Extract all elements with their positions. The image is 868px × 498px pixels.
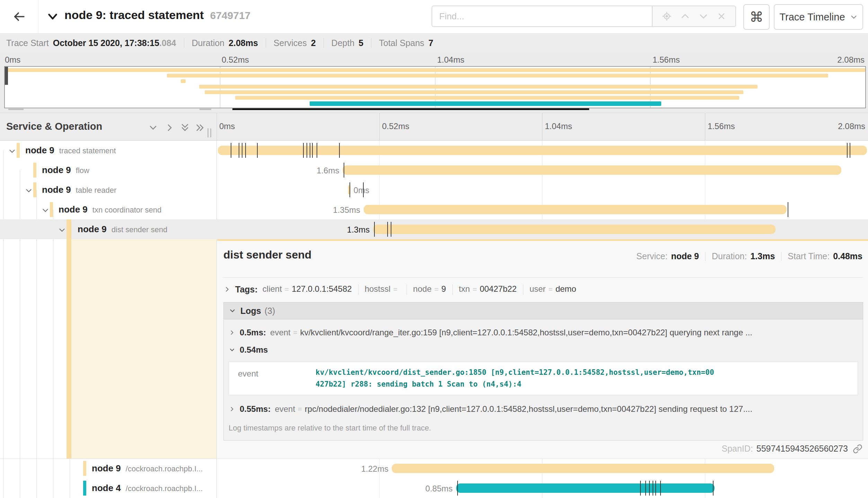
expand-all-double-chevron-right-icon[interactable] (195, 122, 206, 135)
tag-value: 127.0.0.1:54582 (292, 284, 352, 293)
collapse-one-chevron-down-icon[interactable] (148, 122, 159, 135)
back-button[interactable] (0, 0, 38, 33)
service-operation-header: Service & Operation (6, 121, 102, 132)
divider (358, 284, 358, 295)
minimap-drag-handle[interactable] (5, 67, 8, 85)
log-timestamp: 0.55ms: (240, 404, 271, 414)
minimap-tick-label: 1.04ms (437, 55, 464, 65)
minimap-tick-label: 2.08ms (837, 55, 865, 65)
span-row[interactable]: node 9dist sender send1.3ms (0, 219, 868, 239)
tag-equals: = (548, 285, 552, 293)
minimap-scroll-stub (200, 109, 211, 110)
collapse-all-double-chevron-down-icon[interactable] (179, 122, 191, 135)
view-options-button[interactable]: Trace Timeline (774, 4, 863, 30)
span-row[interactable]: node 9txn coordinator send1.35ms (0, 200, 868, 219)
divider (781, 252, 781, 261)
column-resize-grip[interactable] (207, 128, 211, 137)
logs-count: (3) (265, 306, 275, 316)
tag-equals: = (434, 285, 439, 293)
span-duration-label: 1.22ms (334, 464, 388, 474)
span-timeline-bar[interactable] (343, 165, 841, 175)
span-detail-panel: dist sender send Service: node 9 Duratio… (217, 239, 868, 459)
log-key: event (275, 404, 295, 414)
span-expander-chevron-down-icon[interactable] (8, 147, 17, 157)
log-entry-header[interactable]: 0.54ms (224, 339, 863, 357)
ruler-tick (379, 113, 380, 140)
next-result-chevron-down-icon[interactable] (698, 11, 709, 21)
start-time-label: Start Time: (788, 251, 830, 261)
span-timeline-bar[interactable] (218, 146, 867, 155)
expand-one-chevron-right-icon[interactable] (164, 122, 175, 135)
minimap-canvas[interactable] (4, 66, 866, 108)
span-duration-label: 1.6ms (284, 166, 339, 175)
depth-value: 5 (358, 38, 363, 48)
tags-list: client=127.0.0.1:54582hostssl=node=9txn=… (263, 284, 576, 295)
divider (705, 252, 706, 261)
span-operation-name: /cockroach.roachpb.I... (126, 484, 203, 493)
minimap-span-bar (205, 90, 743, 94)
span-service-name: node 4/cockroach.roachpb.I... (92, 483, 203, 494)
tag-value: 00427b22 (480, 284, 517, 293)
locate-icon[interactable] (662, 11, 672, 21)
ruler-label: 1.56ms (708, 121, 735, 131)
deep-link-icon[interactable] (853, 444, 862, 454)
logs-accordion-header[interactable]: Logs (3) (223, 302, 863, 319)
span-row[interactable]: node 9flow1.6ms (0, 160, 868, 180)
log-value: rpc/nodedialer/nodedialer.go:132 [n9,cli… (305, 404, 752, 414)
span-row[interactable]: node 9table reader0ms (0, 180, 868, 200)
span-id-row: SpanID: 5597415943526560273 (721, 444, 862, 454)
tree-guide-line (53, 210, 53, 498)
service-label: Service: (636, 251, 667, 261)
span-operation-name: /cockroach.roachpb.I... (126, 464, 203, 473)
span-expander-chevron-down-icon[interactable] (41, 206, 50, 216)
tag-value: 9 (441, 284, 446, 293)
divider (324, 38, 324, 48)
span-expander-chevron-down-icon[interactable] (57, 226, 67, 236)
span-log-tick (344, 163, 344, 178)
logs-footer-note: Log timestamps are relative to the start… (224, 416, 863, 438)
span-timeline-bar[interactable] (373, 225, 776, 234)
command-icon: ⌘ (750, 9, 763, 25)
span-log-tick (645, 481, 646, 496)
chevron-down-icon (229, 307, 236, 315)
timeline-column-header: Service & Operation 0ms 0.52ms 1.04ms 1.… (0, 113, 868, 141)
span-log-tick (257, 143, 258, 158)
timeline-viewport-scrollbar[interactable] (232, 108, 589, 110)
span-log-tick (788, 202, 788, 217)
span-color-bar (17, 143, 20, 158)
divider (184, 38, 184, 48)
span-log-tick (363, 182, 364, 197)
span-log-tick (231, 143, 231, 158)
span-expander-chevron-down-icon[interactable] (24, 186, 33, 197)
span-row[interactable]: node 9/cockroach.roachpb.I...1.22ms (0, 459, 868, 478)
minimap-tick-label: 0.52ms (222, 55, 249, 65)
total-spans-value: 7 (428, 38, 433, 48)
page-header: node 9: traced statement6749717 ⌘ Trace … (0, 0, 868, 34)
trace-title-collapse-chevron-icon[interactable] (46, 10, 59, 24)
span-duration-label: 0ms (354, 185, 369, 195)
span-service-name: node 9flow (42, 165, 89, 175)
log-entry-header[interactable]: 0.55ms:event=rpc/nodedialer/nodedialer.g… (224, 399, 863, 416)
span-timeline-bar[interactable] (456, 483, 715, 493)
prev-result-chevron-up-icon[interactable] (680, 11, 690, 21)
span-log-tick (312, 143, 313, 158)
trace-name: node 9: traced statement (64, 8, 204, 21)
find-input[interactable] (432, 6, 652, 27)
minimap-span-bar (235, 96, 739, 100)
clear-search-close-icon[interactable] (717, 11, 726, 21)
span-timeline-bar[interactable] (392, 464, 774, 473)
span-id-value: 5597415943526560273 (756, 444, 848, 454)
span-log-tick (847, 143, 848, 158)
tag-equals: = (393, 285, 397, 293)
duration-label: Duration: (712, 251, 747, 261)
keyboard-shortcuts-button[interactable]: ⌘ (743, 4, 770, 30)
log-entry-header[interactable]: 0.5ms:event=kv/kvclient/kvcoord/range_it… (224, 322, 863, 339)
span-service-name: node 9traced statement (25, 145, 116, 156)
span-row[interactable]: node 4/cockroach.roachpb.I...0.85ms (0, 478, 868, 498)
span-row[interactable]: node 9traced statement (0, 141, 868, 160)
span-log-tick (387, 222, 388, 237)
span-operation-name: flow (76, 166, 89, 175)
tags-accordion[interactable]: Tags: client=127.0.0.1:54582hostssl=node… (223, 284, 576, 295)
span-color-bar (83, 481, 86, 496)
span-timeline-bar[interactable] (364, 205, 787, 214)
